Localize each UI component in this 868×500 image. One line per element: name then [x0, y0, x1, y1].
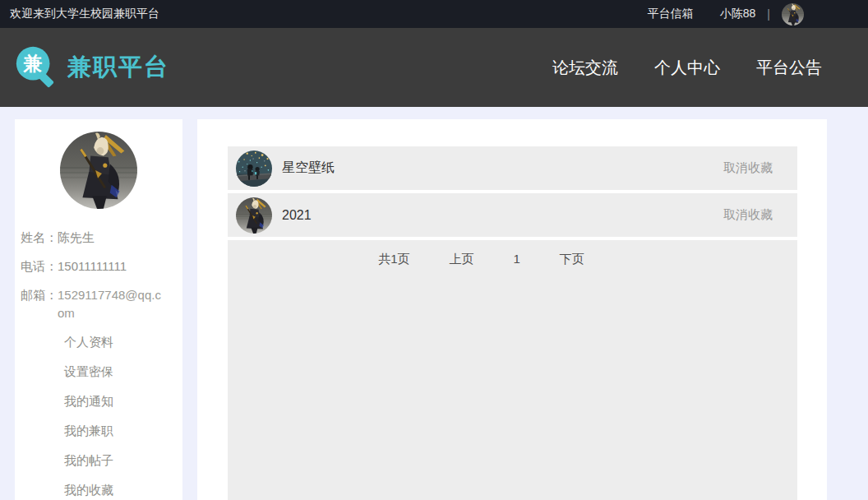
sidebar-item-my-jobs[interactable]: 我的兼职 [64, 422, 182, 440]
next-page-link[interactable]: 下页 [560, 252, 584, 267]
sidebar-item-my-posts[interactable]: 我的帖子 [64, 451, 182, 470]
nav-forum[interactable]: 论坛交流 [552, 57, 618, 79]
favorite-row: 2021 取消收藏 [228, 193, 797, 237]
username-link[interactable]: 小陈88 [720, 7, 756, 21]
phone-value: 15011111111 [58, 257, 127, 275]
favorites-panel: 星空壁纸 取消收藏 2021 取消收藏 共1页 上页 1 下页 [197, 119, 827, 500]
welcome-text: 欢迎来到大学生校园兼职平台 [10, 7, 159, 21]
profile-info: 姓名：陈先生 电话：15011111111 邮箱：1529117748@qq.c… [15, 229, 182, 322]
topbar: 欢迎来到大学生校园兼职平台 平台信箱 小陈88 | [0, 0, 868, 28]
topbar-user-avatar[interactable] [782, 3, 804, 25]
phone-line: 电话：15011111111 [21, 257, 179, 275]
nav-announcements[interactable]: 平台公告 [756, 57, 822, 79]
email-line: 邮箱：1529117748@qq.com [21, 286, 179, 322]
page-total-label: 共1页 [378, 252, 409, 267]
brand-name: 兼职平台 [67, 51, 169, 84]
pagination-panel: 共1页 上页 1 下页 [228, 240, 797, 500]
nav-personal-center[interactable]: 个人中心 [654, 57, 720, 79]
header: 兼 兼职平台 论坛交流 个人中心 平台公告 [0, 28, 868, 107]
sidebar-item-my-favorites[interactable]: 我的收藏 [64, 481, 182, 499]
separator: | [767, 7, 770, 21]
name-line: 姓名：陈先生 [21, 229, 179, 247]
main-nav: 论坛交流 个人中心 平台公告 [552, 57, 822, 79]
magnifier-logo-icon: 兼 [13, 44, 61, 91]
email-label: 邮箱： [21, 286, 58, 304]
topbar-right: 平台信箱 小陈88 | [648, 3, 868, 25]
name-value: 陈先生 [58, 229, 95, 247]
profile-avatar [60, 132, 137, 209]
prev-page-link[interactable]: 上页 [450, 252, 474, 267]
sidebar-item-security[interactable]: 设置密保 [64, 363, 182, 381]
sidebar-menu: 个人资料 设置密保 我的通知 我的兼职 我的帖子 我的收藏 [15, 333, 182, 499]
main-area: 姓名：陈先生 电话：15011111111 邮箱：1529117748@qq.c… [0, 107, 868, 500]
sidebar-item-notifications[interactable]: 我的通知 [64, 392, 182, 410]
unfavorite-link[interactable]: 取消收藏 [723, 207, 773, 223]
current-page-number[interactable]: 1 [514, 252, 520, 267]
brand[interactable]: 兼 兼职平台 [13, 44, 169, 91]
sidebar-item-profile[interactable]: 个人资料 [64, 333, 182, 351]
name-label: 姓名： [21, 229, 58, 247]
logo-character: 兼 [23, 53, 43, 74]
favorite-row: 星空壁纸 取消收藏 [228, 146, 797, 190]
warrior-character-avatar [236, 197, 272, 234]
platform-mailbox-link[interactable]: 平台信箱 [648, 7, 694, 21]
favorite-title-link[interactable]: 2021 [282, 208, 312, 223]
phone-label: 电话： [21, 257, 58, 275]
pagination: 共1页 上页 1 下页 [196, 252, 766, 267]
profile-sidebar: 姓名：陈先生 电话：15011111111 邮箱：1529117748@qq.c… [15, 119, 182, 500]
favorite-title-link[interactable]: 星空壁纸 [282, 160, 335, 177]
unfavorite-link[interactable]: 取消收藏 [723, 160, 773, 176]
starry-wallpaper-avatar [236, 150, 272, 187]
email-value: 1529117748@qq.com [58, 286, 168, 322]
